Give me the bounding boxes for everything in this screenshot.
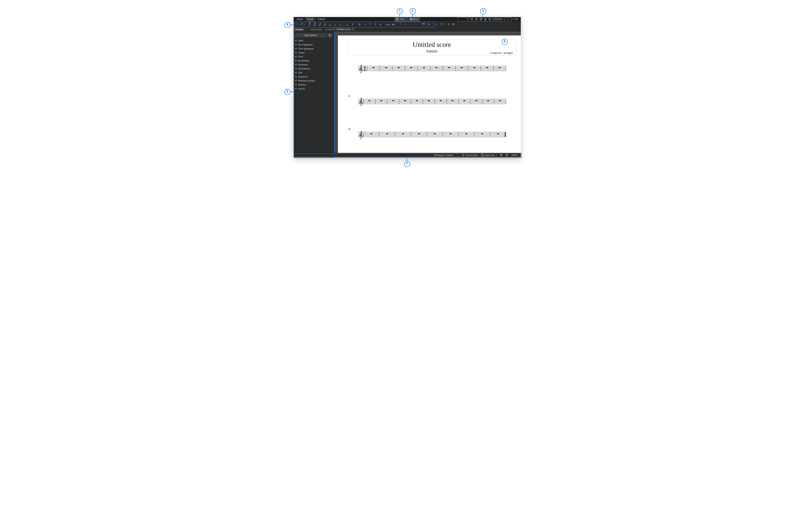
staff-system-2: 12 𝄞: [348, 95, 516, 106]
parts-button[interactable]: Parts: [394, 17, 406, 21]
duration-button-6[interactable]: 𝅝: [338, 22, 341, 26]
title-frame[interactable]: Untitled score Subtitle Composer / arran…: [348, 39, 516, 56]
palette-item-clefs[interactable]: Clefs: [294, 39, 334, 42]
dotted-note-button[interactable]: 𝅗𝅥.: [345, 22, 349, 26]
menu-tab-home[interactable]: Home: [295, 17, 305, 21]
duration-button-2[interactable]: 𝅘𝅥𝅯: [317, 22, 320, 26]
chevron-right-icon: [296, 72, 297, 74]
palette-item-pitch[interactable]: Pitch: [294, 55, 334, 59]
tie-button[interactable]: [386, 22, 389, 26]
svg-rect-70: [423, 67, 425, 68]
palette-item-accidentals[interactable]: Accidentals: [294, 59, 334, 63]
rest-button[interactable]: 𝄽: [351, 22, 354, 26]
accidental-button-1[interactable]: ♭: [363, 22, 367, 26]
callout-6: 6: [502, 39, 508, 45]
drag-handle-icon[interactable]: [466, 18, 469, 21]
svg-rect-103: [452, 100, 454, 101]
tenuto-button[interactable]: –: [409, 22, 412, 26]
concert-pitch-toggle[interactable]: Concert pitch: [462, 154, 478, 156]
accidental-button-4[interactable]: 𝄪: [379, 22, 382, 26]
sidebar-tab-instruments[interactable]: Instruments: [309, 27, 324, 32]
duration-button-1[interactable]: 𝅘𝅥𝅰: [312, 22, 315, 26]
voice-1-button[interactable]: ♩1: [435, 22, 438, 26]
svg-rect-132: [497, 133, 499, 134]
zoom-in-button[interactable]: [500, 154, 503, 156]
chevron-right-icon: [296, 84, 297, 85]
staccato-button[interactable]: ·: [414, 22, 418, 26]
accidental-button-2[interactable]: ♮: [369, 22, 372, 26]
accent-button[interactable]: >: [404, 22, 407, 26]
palette-item-repeats-jumps[interactable]: Repeats & jumps: [294, 79, 334, 83]
duration-button-4[interactable]: 𝅘𝅥: [328, 22, 331, 26]
playback-settings-button[interactable]: [488, 18, 491, 21]
zoom-level[interactable]: 100%▼: [511, 154, 519, 156]
accidental-button-0[interactable]: 𝄫: [358, 22, 361, 26]
palette-item-barlines[interactable]: Barlines: [294, 83, 334, 87]
marcato-button[interactable]: ^: [399, 22, 402, 26]
palette-item-key-signatures[interactable]: Key signatures: [294, 42, 334, 47]
workspace-selector[interactable]: Workspace: Default: [434, 154, 453, 156]
svg-rect-74: [473, 67, 475, 68]
flip-stem-button[interactable]: [427, 22, 430, 26]
palette-item-label: Clefs: [298, 39, 303, 42]
page-view-selector[interactable]: Page view▼: [481, 154, 497, 156]
sliders-icon: [409, 18, 412, 21]
accidental-button-3[interactable]: ♯: [374, 22, 377, 26]
palette-item-tempo[interactable]: Tempo: [294, 51, 334, 55]
menu-tab-score[interactable]: Score: [305, 17, 315, 21]
svg-marker-15: [476, 19, 477, 20]
svg-point-28: [387, 24, 387, 25]
document-tab[interactable]: *Untitled score ✕: [335, 28, 356, 31]
play-button[interactable]: [475, 18, 478, 21]
palette-item-label: Key signatures: [298, 44, 313, 46]
mixer-button[interactable]: Mixer: [407, 17, 420, 21]
svg-rect-128: [434, 133, 436, 134]
svg-rect-130: [465, 133, 467, 134]
voice-2-button[interactable]: 𝄢2: [440, 22, 443, 26]
duration-button-0[interactable]: 𝅘𝅥𝅱: [307, 22, 310, 26]
tuplet-button[interactable]: [422, 22, 425, 26]
score-viewport[interactable]: Untitled score Subtitle Composer / arran…: [334, 31, 521, 153]
palette-item-label: Keyboard: [298, 76, 308, 78]
menu-tab-publish[interactable]: Publish: [315, 17, 327, 21]
add-palettes-button[interactable]: Add Palettes: [295, 33, 326, 37]
palette-item-label: Tempo: [298, 52, 305, 54]
callout-3: 3: [480, 8, 486, 14]
sidebar-tab-palettes[interactable]: Palettes: [294, 27, 305, 32]
toolbar-settings-button[interactable]: [452, 23, 455, 26]
slur-button[interactable]: [392, 22, 395, 26]
rewind-button[interactable]: [471, 18, 473, 21]
note-input-mode-button[interactable]: [300, 23, 303, 26]
palette-item-articulations[interactable]: Articulations: [294, 67, 334, 71]
svg-point-31: [393, 25, 394, 25]
measure-number: 24: [348, 128, 516, 130]
loop-button[interactable]: [480, 18, 482, 21]
duration-button-5[interactable]: 𝅗𝅥: [333, 22, 336, 26]
svg-rect-102: [439, 100, 441, 101]
tempo-value[interactable]: ♩ = 120: [510, 18, 518, 21]
score-composer[interactable]: Composer / arranger: [490, 52, 513, 55]
palette-item-time-signatures[interactable]: Time signatures: [294, 47, 334, 51]
duration-button-3[interactable]: 𝅘𝅥𝅮: [322, 22, 326, 26]
drag-handle-icon[interactable]: [295, 23, 298, 26]
score-title[interactable]: Untitled score: [349, 41, 515, 49]
palette-item-text[interactable]: Text: [294, 71, 334, 75]
search-icon: [328, 34, 331, 37]
chevron-right-icon: [296, 76, 297, 78]
close-icon[interactable]: ✕: [352, 28, 354, 31]
svg-rect-67: [385, 67, 387, 68]
chevron-right-icon: [296, 64, 297, 65]
palette-item-keyboard[interactable]: Keyboard: [294, 75, 334, 79]
palette-item-layout[interactable]: Layout: [294, 87, 334, 91]
metronome-button[interactable]: [484, 18, 487, 21]
search-palettes-button[interactable]: [327, 33, 332, 37]
svg-rect-75: [486, 67, 488, 68]
chevron-down-icon[interactable]: ▼: [303, 24, 305, 25]
add-toolbar-button[interactable]: [447, 23, 450, 26]
sidebar-tab-menu[interactable]: ···: [305, 28, 309, 31]
staff-system-3: 24 𝄞: [348, 128, 516, 139]
chevron-right-icon: [296, 88, 297, 89]
svg-rect-71: [436, 67, 437, 68]
palette-item-dynamics[interactable]: Dynamics: [294, 63, 334, 67]
zoom-out-button[interactable]: [505, 154, 509, 156]
